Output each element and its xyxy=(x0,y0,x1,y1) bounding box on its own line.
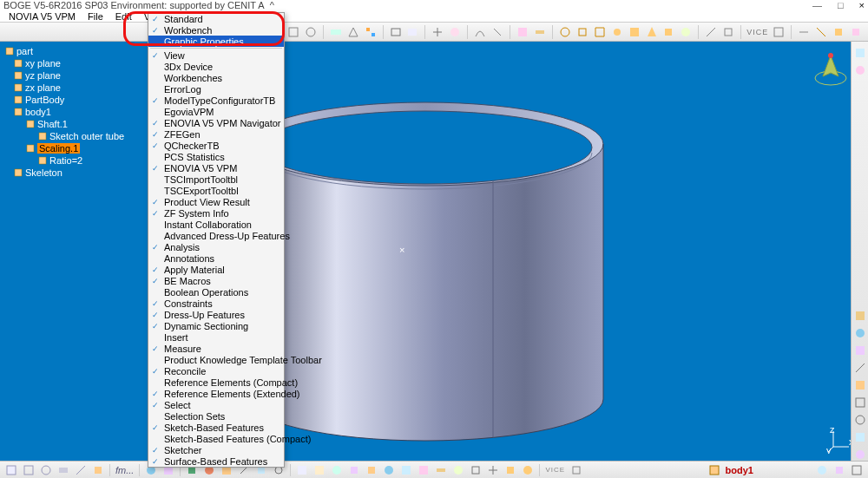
menu-item[interactable]: ErrorLog xyxy=(148,83,284,95)
status-icon[interactable] xyxy=(383,464,395,476)
compass-icon[interactable] xyxy=(811,50,851,90)
menu-item[interactable]: Constraints xyxy=(148,298,284,309)
tool-icon[interactable] xyxy=(406,25,420,39)
tool-icon[interactable] xyxy=(575,25,589,39)
tool-icon[interactable] xyxy=(854,64,866,76)
tool-icon[interactable] xyxy=(854,379,866,391)
menu-item[interactable]: Reconcile xyxy=(148,365,284,377)
menu-item[interactable]: Dynamic Sectioning xyxy=(148,320,284,331)
status-icon[interactable] xyxy=(313,464,326,476)
tool-icon[interactable] xyxy=(610,25,624,39)
status-icon[interactable] xyxy=(851,464,863,476)
menu-item[interactable]: View xyxy=(148,49,284,61)
fm-label[interactable]: fm... xyxy=(115,465,134,475)
menu-item[interactable]: Surface-Based Features xyxy=(148,455,284,467)
menu-item[interactable]: Analysis xyxy=(148,241,284,252)
tool-icon[interactable] xyxy=(854,396,866,409)
menu-item[interactable]: TSCImportTooltbl xyxy=(148,174,284,185)
tool-icon[interactable] xyxy=(473,25,487,39)
minimize-button[interactable]: — xyxy=(812,0,822,10)
menu-item[interactable]: EgoviaVPM xyxy=(148,106,284,117)
tree-item[interactable]: Shaft.1 xyxy=(2,118,146,130)
tool-icon[interactable] xyxy=(854,310,866,322)
menu-item[interactable]: Measure xyxy=(148,343,284,354)
tree-item[interactable]: part xyxy=(2,45,146,57)
status-icon[interactable] xyxy=(75,464,87,476)
tool-icon[interactable] xyxy=(286,25,300,39)
tool-icon[interactable] xyxy=(329,25,343,39)
status-icon[interactable] xyxy=(400,464,412,476)
menu-item[interactable]: Dress-Up Features xyxy=(148,309,284,320)
menu-item[interactable]: Advanced Dress-Up Features xyxy=(148,230,284,241)
menu-item[interactable]: Workbenches xyxy=(148,72,284,83)
status-icon[interactable] xyxy=(331,464,343,476)
tool-icon[interactable] xyxy=(304,25,318,39)
tool-icon[interactable] xyxy=(854,47,866,59)
tree-item[interactable]: yz plane xyxy=(2,69,146,82)
status-icon[interactable] xyxy=(348,464,360,476)
status-icon[interactable] xyxy=(57,464,69,476)
menu-item[interactable]: PCS Statistics xyxy=(148,151,284,162)
tool-icon[interactable] xyxy=(679,25,693,39)
close-button[interactable]: × xyxy=(859,0,865,10)
menu-item[interactable]: Standard xyxy=(148,13,284,24)
tool-icon[interactable] xyxy=(645,25,659,39)
tool-icon[interactable] xyxy=(849,25,863,39)
tool-icon[interactable] xyxy=(854,449,866,461)
menu-file[interactable]: File xyxy=(82,11,108,22)
menu-item[interactable]: BE Macros xyxy=(148,275,284,286)
menu-item[interactable]: ZF System Info xyxy=(148,207,284,219)
status-icon[interactable] xyxy=(470,464,482,476)
menu-item[interactable]: Product Knowledge Template Toolbar xyxy=(148,354,284,365)
status-icon[interactable] xyxy=(418,464,430,476)
menu-item[interactable]: ENOVIA V5 VPM xyxy=(148,162,284,174)
menu-edit[interactable]: Edit xyxy=(110,11,137,22)
tool-icon[interactable] xyxy=(448,25,462,39)
menu-item[interactable]: Reference Elements (Extended) xyxy=(148,388,284,399)
menu-item[interactable]: ModelTypeConfiguratorTB xyxy=(148,95,284,106)
tool-icon[interactable] xyxy=(516,25,529,39)
tool-icon[interactable] xyxy=(854,327,866,339)
status-icon[interactable] xyxy=(365,464,378,476)
status-icon[interactable] xyxy=(816,464,828,476)
tool-icon[interactable] xyxy=(593,25,607,39)
tool-icon[interactable] xyxy=(628,25,641,39)
tool-icon[interactable] xyxy=(704,25,718,39)
menu-item[interactable]: Boolean Operations xyxy=(148,286,284,298)
status-icon[interactable] xyxy=(5,464,17,476)
tool-icon[interactable] xyxy=(721,25,735,39)
status-icon[interactable] xyxy=(570,464,582,476)
status-icon[interactable] xyxy=(435,464,447,476)
status-icon[interactable] xyxy=(487,464,499,476)
status-icon[interactable] xyxy=(23,464,35,476)
tool-icon[interactable] xyxy=(490,25,504,39)
tool-icon[interactable] xyxy=(389,25,403,39)
tool-icon[interactable] xyxy=(431,25,444,39)
tree-item[interactable]: body1 xyxy=(2,106,146,118)
maximize-button[interactable]: □ xyxy=(838,0,844,10)
tool-icon[interactable] xyxy=(772,25,786,39)
tree-item[interactable]: Scaling.1 xyxy=(2,142,146,154)
menu-item[interactable]: Sketch-Based Features xyxy=(148,422,284,433)
menu-item[interactable]: 3Dx Device xyxy=(148,61,284,72)
menu-item[interactable]: ZFEGen xyxy=(148,128,284,140)
tool-icon[interactable] xyxy=(854,431,866,443)
menu-item[interactable]: Product View Result xyxy=(148,196,284,207)
status-icon[interactable] xyxy=(522,464,534,476)
status-icon[interactable] xyxy=(296,464,308,476)
menu-item[interactable]: Sketcher xyxy=(148,444,284,455)
tool-icon[interactable] xyxy=(533,25,547,39)
tool-icon[interactable] xyxy=(346,25,360,39)
menu-item[interactable]: Workbench xyxy=(148,24,284,36)
tree-item[interactable]: Ratio=2 xyxy=(2,154,146,167)
tool-icon[interactable] xyxy=(854,414,866,426)
status-icon[interactable] xyxy=(452,464,464,476)
tool-icon[interactable] xyxy=(854,344,866,357)
tree-item[interactable]: Sketch outer tube xyxy=(2,130,146,142)
menu-item[interactable]: Annotations xyxy=(148,252,284,264)
menu-item[interactable]: Apply Material xyxy=(148,264,284,275)
menu-item[interactable]: Selection Sets xyxy=(148,410,284,422)
menu-item[interactable]: TSCExportTooltbl xyxy=(148,185,284,196)
status-icon[interactable] xyxy=(40,464,52,476)
menu-item[interactable]: Sketch-Based Features (Compact) xyxy=(148,433,284,444)
